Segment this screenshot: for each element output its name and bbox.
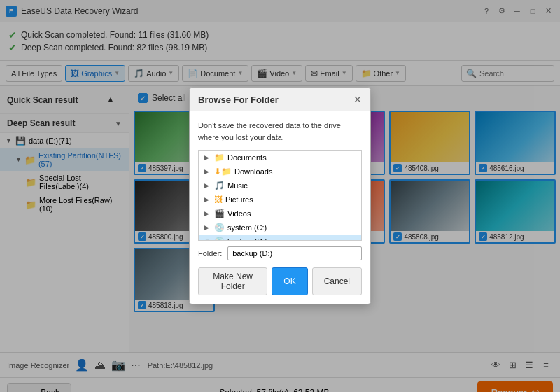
ftree-label-videos: Videos [227,209,251,218]
dialog-close-button[interactable]: ✕ [354,94,362,105]
ftree-label-music: Music [227,181,248,190]
drive-icon-c: 💿 [214,223,225,232]
expand-icon-dl: ▶ [204,168,211,175]
ftree-item-backup-d[interactable]: ▼ 💿 backup (D:) [199,234,361,241]
dialog-overlay: Browse For Folder ✕ Don't save the recov… [0,0,560,392]
ftree-label-documents: Documents [227,153,267,162]
ok-button[interactable]: OK [272,267,307,295]
music-folder-icon: 🎵 [214,181,225,190]
expand-icon-docs: ▶ [204,154,211,161]
cancel-button[interactable]: Cancel [312,267,362,295]
expand-icon-music: ▶ [204,182,211,189]
ftree-item-system-c[interactable]: ▶ 💿 system (C:) [199,220,361,234]
make-new-folder-button[interactable]: Make New Folder [198,267,267,295]
folder-icon-dl: ⬇📁 [214,167,232,176]
folder-label-row: Folder: [198,246,362,260]
expand-icon-d: ▼ [204,238,211,241]
dialog-warning-text: Don't save the recovered data to the dri… [198,120,362,143]
drive-icon-d: 💿 [214,237,225,241]
ftree-item-music[interactable]: ▶ 🎵 Music [199,178,361,192]
folder-icon-docs: 📁 [214,153,225,162]
pictures-folder-icon: 🖼 [214,195,223,204]
ftree-label-downloads: Downloads [234,167,272,176]
expand-icon-videos: ▶ [204,210,211,217]
expand-icon-c: ▶ [204,224,211,231]
ftree-item-downloads[interactable]: ▶ ⬇📁 Downloads [199,164,361,178]
ftree-label-pictures: Pictures [225,195,253,204]
dialog-title-text: Browse For Folder [198,94,279,105]
ftree-label-backup-d: backup (D:) [227,237,267,241]
dialog-body: Don't save the recovered data to the dri… [190,111,370,304]
browse-folder-dialog: Browse For Folder ✕ Don't save the recov… [189,88,371,304]
expand-icon-pics: ▶ [204,196,211,203]
ftree-label-system-c: system (C:) [227,223,267,232]
folder-path-input[interactable] [227,246,362,260]
dialog-title-bar: Browse For Folder ✕ [190,88,370,111]
folder-field-label: Folder: [198,249,222,258]
videos-folder-icon: 🎬 [214,209,225,218]
ftree-item-documents[interactable]: ▶ 📁 Documents [199,150,361,164]
folder-tree[interactable]: ▶ 📁 Documents ▶ ⬇📁 Downloads ▶ 🎵 Music ▶… [198,150,362,241]
dialog-buttons: Make New Folder OK Cancel [198,267,362,295]
ftree-item-videos[interactable]: ▶ 🎬 Videos [199,206,361,220]
ftree-item-pictures[interactable]: ▶ 🖼 Pictures [199,192,361,206]
